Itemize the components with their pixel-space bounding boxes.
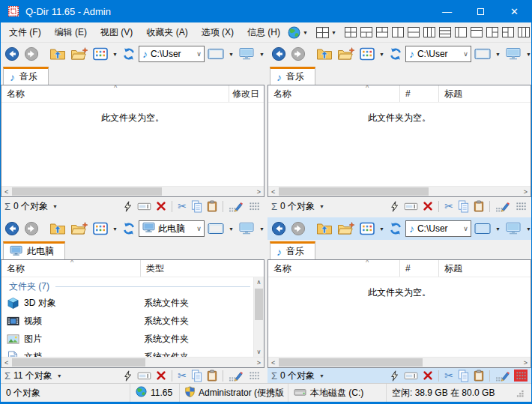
folder-panel-dropdown-arrow[interactable]: ▼	[229, 226, 234, 232]
scrollbar-thumb[interactable]	[279, 187, 429, 196]
folder-up-button[interactable]	[315, 44, 334, 64]
layout-3rows-icon[interactable]	[437, 23, 453, 41]
views-button[interactable]	[358, 44, 376, 64]
scrollbar-thumb[interactable]	[12, 358, 145, 367]
layout-toprow-icon[interactable]	[468, 23, 484, 41]
list-item-pictures[interactable]: 图片 系统文件夹	[1, 330, 253, 348]
folder-panel-button[interactable]	[206, 44, 226, 64]
refresh-button[interactable]	[387, 44, 404, 64]
desktop-panel-dropdown-arrow[interactable]: ▼	[526, 226, 531, 232]
delete-icon[interactable]	[423, 201, 433, 211]
quick-actions-icon[interactable]	[390, 370, 399, 382]
copy-icon[interactable]	[191, 370, 202, 382]
close-button[interactable]: ✕	[498, 0, 531, 22]
cut-icon[interactable]: ✂	[444, 201, 453, 211]
column-modified[interactable]: 修改日	[229, 85, 264, 102]
menu-info[interactable]: 信息 (H)	[241, 22, 287, 42]
tab-music[interactable]: ♪ 音乐	[270, 67, 315, 85]
forward-button[interactable]	[289, 44, 307, 64]
copy-icon[interactable]	[191, 200, 202, 213]
folder-up-button[interactable]	[48, 44, 67, 64]
views-dropdown-arrow[interactable]: ▼	[112, 52, 118, 57]
menu-edit[interactable]: 编辑 (E)	[48, 22, 94, 42]
views-button[interactable]	[91, 44, 109, 64]
layout-leftsplit-right-icon[interactable]	[500, 23, 516, 41]
pane-select-grid-icon[interactable]	[514, 200, 528, 212]
column-title[interactable]: 标题	[439, 260, 531, 277]
layout-2rows-icon[interactable]	[405, 23, 421, 41]
count-dropdown-arrow[interactable]: ▼	[319, 373, 324, 379]
layout-3columns-icon[interactable]	[421, 23, 437, 41]
new-folder-button[interactable]	[69, 44, 90, 64]
new-folder-button[interactable]	[336, 219, 357, 238]
back-button[interactable]	[270, 219, 288, 238]
menu-view[interactable]: 视图 (V)	[94, 22, 139, 42]
cut-icon[interactable]: ✂	[178, 201, 187, 211]
delete-icon[interactable]	[423, 370, 433, 381]
scroll-right-icon[interactable]: >	[257, 188, 261, 196]
folder-up-button[interactable]	[315, 219, 334, 238]
forward-button[interactable]	[22, 44, 40, 64]
views-dropdown-arrow[interactable]: ▼	[379, 226, 384, 232]
horizontal-scrollbar[interactable]: < >	[1, 186, 264, 196]
cut-icon[interactable]: ✂	[444, 370, 453, 381]
refresh-button[interactable]	[121, 44, 137, 64]
list-item-documents[interactable]: 文档 系统文件夹	[1, 348, 253, 357]
new-folder-button[interactable]	[69, 219, 90, 238]
column-type[interactable]: 类型	[141, 260, 264, 277]
scroll-down-icon[interactable]: ∨	[257, 349, 262, 355]
minimize-button[interactable]: —	[430, 0, 464, 22]
maximize-button[interactable]	[464, 0, 498, 22]
back-button[interactable]	[3, 219, 21, 238]
pane-select-grid-icon[interactable]	[247, 200, 261, 212]
horizontal-scrollbar[interactable]: < >	[1, 357, 264, 367]
scrollbar-thumb[interactable]	[12, 187, 162, 196]
list-item-3d-objects[interactable]: 3D 对象 系统文件夹	[1, 294, 253, 312]
forward-button[interactable]	[22, 219, 40, 238]
copy-icon[interactable]	[458, 200, 469, 213]
list-body[interactable]: 此文件夹为空。	[1, 103, 264, 186]
scroll-right-icon[interactable]: >	[524, 359, 528, 367]
layout-grid-button[interactable]	[315, 23, 330, 41]
horizontal-scrollbar[interactable]: < >	[268, 357, 531, 367]
quick-actions-icon[interactable]	[123, 201, 133, 212]
layout-2columns-icon[interactable]	[390, 23, 405, 41]
address-combobox[interactable]: ♪ C:\User ∨	[139, 46, 205, 62]
list-body[interactable]: 此文件夹为空。	[268, 277, 531, 357]
back-button[interactable]	[270, 44, 288, 64]
list-item-videos[interactable]: 视频 系统文件夹	[1, 312, 253, 330]
scroll-up-icon[interactable]: ∧	[257, 279, 262, 286]
desktop-panel-dropdown-arrow[interactable]: ▼	[526, 52, 531, 57]
pane-select-grid-icon-active[interactable]	[514, 370, 528, 382]
address-combobox[interactable]: ♪ C:\User ∨	[405, 220, 471, 237]
folder-panel-button[interactable]	[473, 219, 492, 238]
folder-panel-button[interactable]	[473, 44, 492, 64]
count-dropdown-arrow[interactable]: ▼	[52, 204, 58, 209]
refresh-button[interactable]	[121, 219, 137, 238]
paste-icon[interactable]	[207, 370, 217, 382]
delete-icon[interactable]	[156, 201, 166, 211]
scrollbar-thumb[interactable]	[255, 289, 263, 320]
folder-panel-dropdown-arrow[interactable]: ▼	[229, 52, 234, 57]
edit-pencil-icon[interactable]	[229, 370, 243, 382]
title-bar[interactable]: Q-Dir 11.65 - Admin — ✕	[1, 0, 531, 22]
copy-icon[interactable]	[458, 370, 469, 382]
column-number[interactable]: #	[400, 260, 439, 277]
views-button[interactable]	[358, 219, 376, 238]
horizontal-scrollbar[interactable]: < >	[268, 186, 531, 196]
globe-dropdown-arrow[interactable]: ▼	[303, 30, 308, 35]
column-name[interactable]: 名称	[268, 260, 400, 277]
combo-chevron-icon[interactable]: ∨	[196, 225, 202, 232]
back-button[interactable]	[3, 44, 21, 64]
desktop-panel-button[interactable]	[237, 219, 256, 238]
folder-panel-dropdown-arrow[interactable]: ▼	[495, 52, 501, 57]
paste-icon[interactable]	[207, 200, 217, 212]
scroll-right-icon[interactable]: >	[524, 188, 528, 196]
desktop-panel-dropdown-arrow[interactable]: ▼	[259, 226, 265, 232]
menu-options[interactable]: 选项 (X)	[195, 22, 241, 42]
rename-icon[interactable]	[404, 202, 418, 211]
count-dropdown-arrow[interactable]: ▼	[57, 373, 62, 379]
rename-icon[interactable]	[137, 371, 151, 381]
tab-this-pc[interactable]: 此电脑	[3, 241, 65, 259]
layout-dropdown-arrow[interactable]: ▼	[331, 30, 336, 35]
